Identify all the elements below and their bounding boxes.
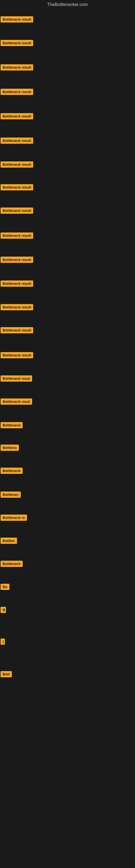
bottleneck-badge-25: Bo [1,584,9,590]
bottleneck-result-10: Bottleneck result [1,232,33,240]
bottleneck-badge-7: Bottleneck result [1,161,33,167]
bottleneck-badge-14: Bottleneck result [1,327,33,333]
bottleneck-badge-13: Bottleneck result [1,304,33,310]
bottleneck-result-22: Bottleneck re [1,515,27,522]
bottleneck-badge-23: Bottlen [1,538,17,544]
bottleneck-badge-10: Bottleneck result [1,232,33,239]
bottleneck-result-27: | [1,639,5,646]
bottleneck-result-7: Bottleneck result [1,161,33,169]
bottleneck-result-21: Bottlenec [1,492,21,499]
bottleneck-badge-26: B [1,607,6,613]
bottleneck-badge-3: Bottleneck result [1,64,33,70]
bottleneck-badge-5: Bottleneck result [1,113,33,119]
bottleneck-result-13: Bottleneck result [1,304,33,311]
bottleneck-result-26: B [1,607,6,614]
bottleneck-result-28: Bott [1,671,12,678]
bottleneck-result-12: Bottleneck result [1,280,33,288]
bottleneck-badge-27: | [1,639,5,645]
bottleneck-badge-20: Bottleneck [1,468,23,474]
bottleneck-result-4: Bottleneck result [1,89,33,96]
bottleneck-badge-12: Bottleneck result [1,280,33,287]
bottleneck-result-19: Bottlens [1,444,19,452]
bottleneck-result-3: Bottleneck result [1,64,33,72]
bottleneck-badge-9: Bottleneck result [1,208,33,214]
bottleneck-result-17: Bottleneck resul [1,399,32,406]
bottleneck-result-23: Bottlen [1,538,17,545]
bottleneck-badge-15: Bottleneck result [1,352,33,358]
bottleneck-badge-24: Bottleneck [1,561,23,567]
bottleneck-result-2: Bottleneck result [1,40,33,47]
bottleneck-result-20: Bottleneck [1,468,23,475]
bottleneck-badge-28: Bott [1,671,12,677]
bottleneck-result-1: Bottleneck result [1,16,33,24]
bottleneck-result-14: Bottleneck result [1,327,33,335]
bottleneck-result-16: Bottleneck resul [1,375,32,383]
bottleneck-result-11: Bottleneck result [1,257,33,264]
bottleneck-badge-2: Bottleneck result [1,40,33,46]
bottleneck-badge-11: Bottleneck result [1,257,33,263]
site-title: TheBottlenecker.com [0,0,135,9]
bottleneck-result-8: Bottleneck result [1,184,33,191]
bottleneck-badge-1: Bottleneck result [1,16,33,23]
bottleneck-result-6: Bottleneck result [1,137,33,145]
bottleneck-badge-18: Bottleneck [1,422,23,428]
bottleneck-badge-6: Bottleneck result [1,137,33,144]
bottleneck-result-5: Bottleneck result [1,113,33,120]
bottleneck-badge-8: Bottleneck result [1,184,33,190]
bottleneck-result-15: Bottleneck result [1,352,33,360]
bottleneck-result-25: Bo [1,584,9,591]
bottleneck-badge-4: Bottleneck result [1,89,33,95]
bottleneck-badge-17: Bottleneck resul [1,399,32,405]
bottleneck-result-24: Bottleneck [1,561,23,568]
bottleneck-result-18: Bottleneck [1,422,23,429]
bottleneck-badge-19: Bottlens [1,444,19,451]
bottleneck-badge-22: Bottleneck re [1,515,27,521]
bottleneck-result-9: Bottleneck result [1,208,33,215]
bottleneck-badge-21: Bottlenec [1,492,21,498]
bottleneck-badge-16: Bottleneck resul [1,375,32,382]
